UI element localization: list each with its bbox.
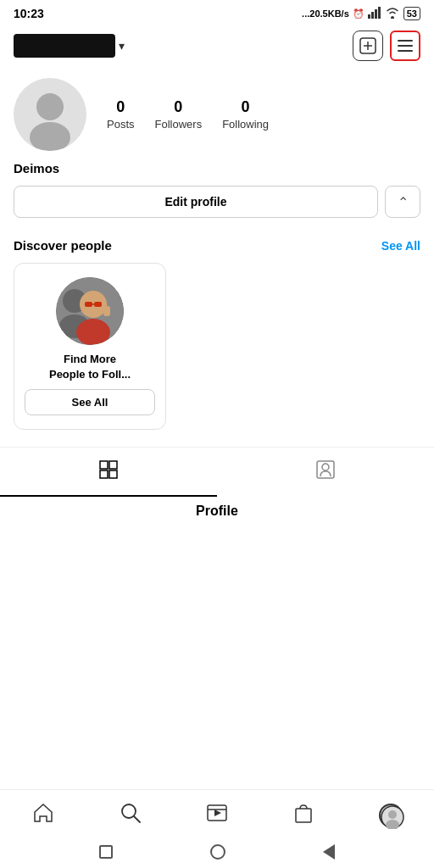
tabs <box>0 448 434 497</box>
status-right: ...20.5KB/s ⏰ 53 <box>302 7 420 20</box>
following-count: 0 <box>242 98 250 116</box>
svg-rect-22 <box>109 470 117 478</box>
svg-marker-28 <box>214 810 221 816</box>
profile-name: Deimos <box>0 158 434 186</box>
discover-card-avatar-inner <box>56 277 124 345</box>
android-home-button[interactable] <box>210 844 225 860</box>
svg-rect-20 <box>109 461 117 469</box>
svg-rect-0 <box>368 14 370 19</box>
svg-point-24 <box>322 464 329 470</box>
svg-rect-18 <box>103 306 110 316</box>
search-icon <box>120 802 142 829</box>
svg-point-32 <box>388 810 397 819</box>
reels-icon <box>206 802 228 829</box>
tab-section <box>0 447 434 497</box>
hamburger-menu-button[interactable] <box>390 31 420 61</box>
svg-line-26 <box>134 816 140 822</box>
tab-tagged[interactable] <box>217 448 434 497</box>
svg-rect-3 <box>378 7 381 19</box>
followers-stat[interactable]: 0 Followers <box>155 98 203 131</box>
menu-line-2 <box>398 45 413 47</box>
android-recent-button[interactable] <box>99 845 113 859</box>
menu-line-1 <box>398 40 413 42</box>
header-left: ▾ <box>14 34 125 58</box>
status-time: 10:23 <box>14 7 44 20</box>
svg-rect-16 <box>94 302 102 307</box>
avatar <box>14 78 86 151</box>
svg-rect-21 <box>100 470 108 478</box>
android-home-icon <box>210 844 225 860</box>
menu-line-3 <box>398 50 413 52</box>
posts-count: 0 <box>116 98 125 116</box>
nav-reels[interactable] <box>197 798 237 832</box>
svg-rect-30 <box>296 809 311 822</box>
nav-items <box>0 790 434 837</box>
nav-shop[interactable] <box>283 798 324 832</box>
nav-search[interactable] <box>110 798 151 832</box>
discover-card-see-all-button[interactable]: See All <box>25 389 155 415</box>
status-bar: 10:23 ...20.5KB/s ⏰ 53 <box>0 0 434 24</box>
battery-icon: 53 <box>403 7 420 20</box>
svg-rect-19 <box>100 461 108 469</box>
nav-home[interactable] <box>23 798 64 832</box>
profile-section: 0 Posts 0 Followers 0 Following <box>0 68 434 158</box>
network-speed: ...20.5KB/s <box>302 8 349 19</box>
wifi-icon <box>385 7 400 20</box>
discover-card: Find MorePeople to Foll... See All <box>14 263 166 430</box>
following-stat[interactable]: 0 Following <box>222 98 269 131</box>
alarm-icon: ⏰ <box>353 8 364 19</box>
edit-profile-button[interactable]: Edit profile <box>14 186 378 218</box>
add-content-button[interactable] <box>353 31 383 61</box>
discover-header: Discover people See All <box>14 238 420 253</box>
bottom-navigation <box>0 789 434 868</box>
profile-section-label: Profile <box>0 497 434 526</box>
discover-section: Discover people See All <box>0 231 434 440</box>
svg-point-14 <box>76 319 110 345</box>
posts-label: Posts <box>107 118 135 131</box>
grid-icon <box>98 459 119 485</box>
signal-icon <box>368 7 381 20</box>
followers-label: Followers <box>155 118 203 131</box>
nav-profile[interactable] <box>370 798 411 832</box>
followers-count: 0 <box>174 98 182 116</box>
discover-see-all-link[interactable]: See All <box>381 239 420 253</box>
edit-section: Edit profile ⌃ <box>0 186 434 231</box>
android-back-icon <box>323 844 335 860</box>
tab-grid[interactable] <box>0 448 217 497</box>
collapse-button[interactable]: ⌃ <box>385 186 420 218</box>
profile-stats: 0 Posts 0 Followers 0 Following <box>107 98 420 131</box>
posts-stat[interactable]: 0 Posts <box>107 98 135 131</box>
following-label: Following <box>222 118 269 131</box>
chevron-up-icon: ⌃ <box>398 194 409 210</box>
svg-rect-1 <box>371 12 374 19</box>
svg-rect-15 <box>85 302 92 307</box>
svg-point-8 <box>36 93 64 120</box>
discover-card-avatar <box>56 277 124 345</box>
discover-card-text: Find MorePeople to Foll... <box>49 352 131 382</box>
profile-circle-icon <box>379 804 403 827</box>
chevron-down-icon[interactable]: ▾ <box>119 39 125 53</box>
home-icon <box>32 802 54 829</box>
header-right <box>353 31 420 61</box>
android-nav-bar <box>0 837 434 868</box>
username-display <box>14 34 115 58</box>
discover-title: Discover people <box>14 238 112 253</box>
svg-rect-2 <box>375 9 377 19</box>
tag-person-icon <box>315 459 336 485</box>
app-header: ▾ <box>0 24 434 68</box>
android-back-button[interactable] <box>323 844 335 860</box>
recent-apps-icon <box>99 845 113 859</box>
shop-icon <box>292 802 314 829</box>
